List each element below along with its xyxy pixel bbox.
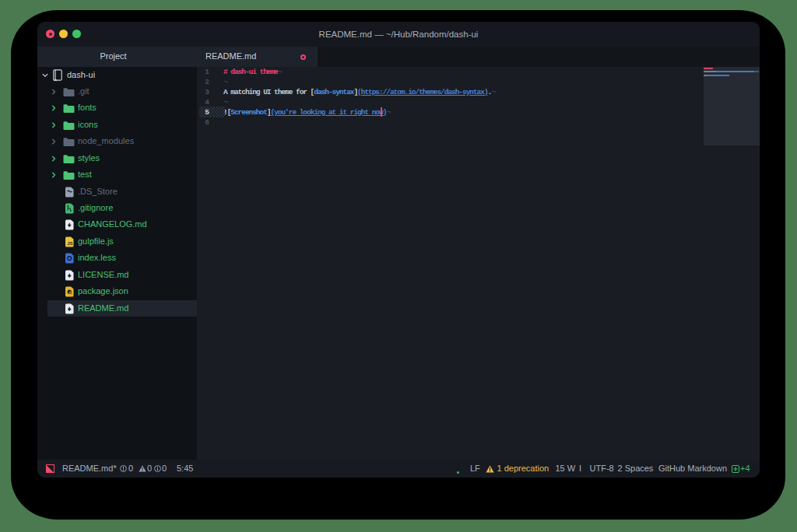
svg-text:JS: JS — [67, 240, 72, 245]
